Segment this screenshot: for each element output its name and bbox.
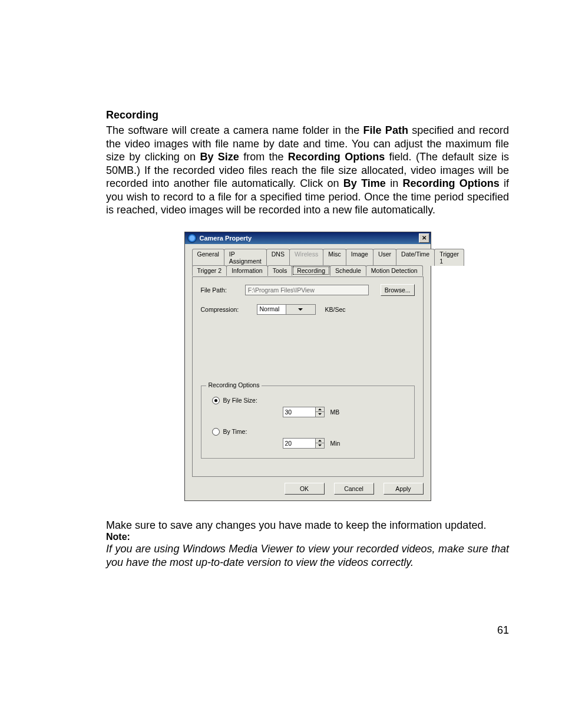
window-title: Camera Property: [200, 235, 419, 242]
tab-date-time[interactable]: Date/Time: [396, 249, 435, 266]
bold: By Size: [200, 151, 239, 163]
text: The software will create a camera name f…: [106, 124, 363, 136]
spinner-down-icon[interactable]: [316, 443, 324, 448]
tab-image[interactable]: Image: [346, 249, 373, 266]
tab-trigger-2[interactable]: Trigger 2: [192, 265, 227, 276]
time-input[interactable]: [283, 439, 315, 448]
time-spinner[interactable]: [283, 438, 325, 449]
by-size-label: By File Size:: [223, 397, 282, 404]
tab-recording[interactable]: Recording: [292, 265, 330, 276]
document-page: Recording The software will create a cam…: [0, 0, 562, 728]
group-title: Recording Options: [206, 381, 262, 388]
dialog-screenshot: Camera Property ✕ GeneralIP AssignmentDN…: [184, 232, 431, 501]
paragraph-1: The software will create a camera name f…: [106, 124, 509, 217]
tab-wireless: Wireless: [289, 249, 323, 266]
compression-unit: KB/Sec: [325, 306, 346, 313]
page-number: 61: [497, 624, 509, 637]
size-spinner[interactable]: [283, 407, 325, 417]
tab-misc[interactable]: Misc: [323, 249, 346, 266]
close-button[interactable]: ✕: [419, 233, 429, 243]
text: from the: [239, 151, 288, 163]
tab-panel-recording: File Path: Browse... Compression: Normal…: [192, 276, 424, 477]
compression-value: Normal: [257, 305, 286, 314]
recording-options-group: Recording Options By File Size:: [201, 386, 415, 459]
compression-label: Compression:: [201, 306, 257, 313]
size-input[interactable]: [283, 407, 315, 417]
dialog-button-row: OK Cancel Apply: [192, 483, 424, 495]
camera-property-dialog: Camera Property ✕ GeneralIP AssignmentDN…: [184, 232, 431, 501]
bold: By Time: [343, 177, 386, 189]
text: in: [386, 177, 403, 189]
by-time-label: By Time:: [223, 428, 282, 435]
tab-dns[interactable]: DNS: [266, 249, 290, 266]
tab-trigger-1[interactable]: Trigger 1: [434, 249, 464, 266]
titlebar[interactable]: Camera Property ✕: [185, 232, 431, 244]
ok-button[interactable]: OK: [285, 483, 325, 495]
app-icon: [187, 233, 197, 243]
tab-information[interactable]: Information: [226, 265, 268, 276]
dialog-body: GeneralIP AssignmentDNSWirelessMiscImage…: [185, 244, 431, 500]
tab-tools[interactable]: Tools: [267, 265, 293, 276]
browse-button[interactable]: Browse...: [381, 284, 415, 296]
size-unit: MB: [330, 409, 340, 416]
note-text: If you are using Windows Media Viewer to…: [106, 542, 509, 569]
file-path-label: File Path:: [201, 286, 245, 294]
apply-button[interactable]: Apply: [384, 483, 424, 495]
close-icon: ✕: [422, 235, 427, 241]
bold: Recording Options: [288, 151, 385, 163]
tab-general[interactable]: General: [192, 249, 224, 266]
tab-motion-detection[interactable]: Motion Detection: [366, 265, 423, 276]
cancel-button[interactable]: Cancel: [334, 483, 374, 495]
chevron-down-icon[interactable]: [286, 305, 315, 314]
compression-select[interactable]: Normal: [257, 304, 316, 315]
note-label: Note:: [106, 532, 509, 542]
paragraph-2: Make sure to save any changes you have m…: [106, 519, 509, 532]
section-heading: Recording: [106, 109, 509, 121]
tab-schedule[interactable]: Schedule: [330, 265, 366, 276]
tab-ip-assignment[interactable]: IP Assignment: [224, 249, 267, 266]
spinner-down-icon[interactable]: [316, 412, 324, 417]
spinner-up-icon[interactable]: [316, 407, 324, 413]
time-unit: Min: [330, 440, 340, 447]
file-path-input[interactable]: [245, 285, 369, 295]
bold: Recording Options: [402, 177, 499, 189]
spinner-up-icon[interactable]: [316, 439, 324, 444]
tab-strip: GeneralIP AssignmentDNSWirelessMiscImage…: [192, 249, 424, 276]
bold: File Path: [363, 124, 408, 136]
by-size-radio[interactable]: [212, 397, 220, 404]
tab-user[interactable]: User: [373, 249, 396, 266]
by-time-radio[interactable]: [212, 428, 220, 436]
